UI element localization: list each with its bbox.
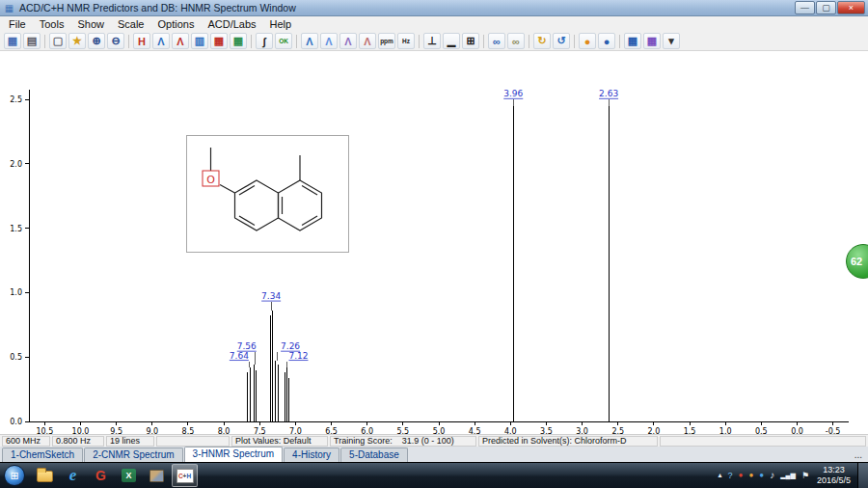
spectrum-line-icon[interactable]: Λ: [152, 33, 170, 49]
tray-icons: ▴?●●●♪▂▄▆⚑: [716, 464, 812, 487]
volume-icon[interactable]: ♪: [770, 464, 774, 487]
toolbar-separator: [483, 35, 484, 48]
ch-correlation-icon[interactable]: ▦: [230, 33, 247, 49]
print-icon[interactable]: ▤: [23, 33, 41, 49]
axes-tool-icon[interactable]: ⊥: [423, 33, 441, 49]
zoom-in-icon[interactable]: ⊕: [88, 33, 105, 49]
hh-correlation-icon[interactable]: ▦: [210, 33, 228, 49]
clock-time: 13:23: [817, 465, 851, 475]
show-hidden-icons-button[interactable]: ▴: [719, 464, 722, 487]
menu-help[interactable]: Help: [263, 16, 299, 32]
toolbar-separator: [296, 35, 297, 48]
tab-4-history[interactable]: 4-History: [284, 447, 339, 462]
taskbar-apps: eGXC+H: [31, 464, 199, 487]
toolbar-separator: [419, 35, 420, 48]
y-tick-label: 1.0: [10, 288, 22, 297]
x-tick-label: 0.5: [755, 427, 768, 434]
menu-file[interactable]: File: [2, 16, 33, 32]
ok-apply-icon[interactable]: OK: [275, 33, 292, 49]
database-table-icon[interactable]: ▦: [624, 33, 641, 49]
magic-wand-icon[interactable]: ★: [68, 33, 86, 49]
peak-edit-icon[interactable]: Λ: [339, 33, 357, 49]
recalc-icon[interactable]: ↺: [553, 33, 570, 49]
start-button[interactable]: ⊞: [4, 465, 25, 486]
status-bar: 600 MHz0.800 Hz19 linesPlot Values: Defa…: [0, 434, 868, 447]
y-tick-label: 1.5: [10, 225, 22, 233]
ppm-units-icon[interactable]: ppm: [378, 33, 395, 49]
y-tick-label: 2.0: [10, 160, 22, 169]
peak-label: 2.63: [599, 89, 618, 98]
tab-overflow-indicator[interactable]: ...: [854, 448, 862, 462]
baseline-icon[interactable]: ▁: [443, 33, 460, 49]
menu-scale[interactable]: Scale: [111, 16, 151, 32]
toolbar-separator: [574, 35, 575, 48]
grid-icon[interactable]: ⊞: [462, 33, 479, 49]
structure-box[interactable]: O: [186, 135, 349, 253]
toolbar-more-icon[interactable]: ▾: [663, 33, 680, 49]
status-field-0: 600 MHz: [2, 436, 50, 447]
tab-2-cnmr-spectrum[interactable]: 2-CNMR Spectrum: [84, 447, 182, 462]
peak-label: 7.12: [288, 351, 308, 361]
peak-delete-icon[interactable]: Λ: [359, 33, 376, 49]
windows-explorer-icon[interactable]: [32, 464, 58, 487]
red-g-app-icon[interactable]: G: [88, 464, 114, 487]
menu-acdlabs[interactable]: ACD/Labs: [201, 16, 262, 32]
close-button[interactable]: ×: [837, 1, 865, 14]
status-field-3: [156, 436, 230, 447]
show-desktop-button[interactable]: [857, 463, 868, 488]
x-tick-label: 4.0: [504, 427, 517, 434]
page-setup-icon[interactable]: ▢: [49, 33, 67, 49]
restore-button[interactable]: ▢: [816, 1, 836, 14]
taskbar-clock[interactable]: 13:23 2016/5/5: [817, 465, 851, 487]
tab-1-chemsketch[interactable]: 1-ChemSketch: [2, 447, 83, 462]
peak-picking-icon[interactable]: Λ: [301, 33, 318, 49]
menu-show[interactable]: Show: [70, 16, 111, 32]
taskbar: ⊞ eGXC+H ▴?●●●♪▂▄▆⚑ 13:23 2016/5/5: [0, 462, 868, 488]
clock-date: 2016/5/5: [817, 475, 851, 486]
tray-orange-icon[interactable]: ●: [748, 464, 753, 487]
peak-label: 7.34: [261, 291, 281, 301]
image-tool-icon[interactable]: [144, 464, 170, 487]
spectrum-area: 10.510.09.59.08.58.07.57.06.56.05.55.04.…: [0, 51, 868, 434]
hz-units-icon[interactable]: Hz: [397, 33, 415, 49]
integral-icon[interactable]: ∫: [256, 33, 273, 49]
atoms-orange-icon[interactable]: ●: [579, 33, 596, 49]
tray-blue-icon[interactable]: ●: [759, 464, 764, 487]
x-tick-label: 9.5: [110, 427, 122, 434]
x-tick-label: 2.5: [611, 427, 624, 434]
proton-spectrum-icon[interactable]: H: [133, 33, 150, 49]
spectrum-table-icon[interactable]: ▥: [191, 33, 208, 49]
status-field-2: 19 lines: [106, 436, 154, 447]
minimize-button[interactable]: —: [795, 1, 815, 14]
review-glasses-icon[interactable]: ∞: [488, 33, 505, 49]
network-icon[interactable]: ▂▄▆: [780, 464, 796, 487]
x-tick-label: 0.0: [791, 427, 803, 434]
check-structure-icon[interactable]: ∞: [507, 33, 525, 49]
zoom-out-icon[interactable]: ⊖: [107, 33, 124, 49]
report-window-icon[interactable]: ▦: [4, 33, 21, 49]
database-grid-icon[interactable]: ▦: [643, 33, 661, 49]
tray-help-icon[interactable]: ?: [728, 464, 733, 487]
acd-nmr-app-button[interactable]: C+H: [172, 464, 198, 487]
menu-tools[interactable]: Tools: [33, 16, 71, 32]
internet-explorer-icon-glyph: e: [69, 466, 77, 485]
naphthalene-ring-right: [279, 180, 322, 230]
menu-options[interactable]: Options: [150, 16, 201, 32]
action-center-icon[interactable]: ⚑: [801, 464, 809, 487]
x-tick-label: 5.0: [433, 427, 446, 434]
tab-3-hnmr-spectrum[interactable]: 3-HNMR Spectrum: [184, 447, 283, 462]
atoms-blue-icon[interactable]: ●: [598, 33, 615, 49]
refresh-icon[interactable]: ↻: [533, 33, 551, 49]
internet-explorer-icon[interactable]: e: [60, 464, 86, 487]
tab-5-database[interactable]: 5-Database: [340, 447, 408, 462]
tray-red-icon[interactable]: ●: [739, 464, 744, 487]
red-g-app-icon-glyph: G: [95, 468, 106, 483]
y-tick-label: 0.0: [10, 418, 22, 426]
spectrum-assign-icon[interactable]: Λ: [172, 33, 189, 49]
excel-icon[interactable]: X: [116, 464, 142, 487]
spectrum-plot[interactable]: 10.510.09.59.08.58.07.57.06.56.05.55.04.…: [0, 51, 868, 434]
peak-auto-icon[interactable]: Λ: [320, 33, 338, 49]
toolbar-separator: [619, 35, 620, 48]
oxygen-atom-label: O: [206, 174, 215, 186]
toolbar: ▦▤▢★⊕⊖HΛΛ▥▦▦∫OKΛΛΛΛppmHz⊥▁⊞∞∞↻↺●●▦▦▾: [0, 32, 868, 51]
